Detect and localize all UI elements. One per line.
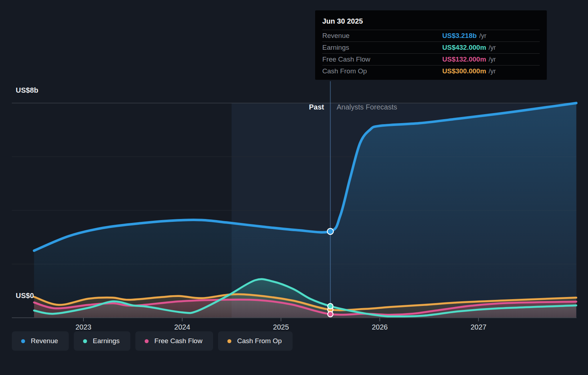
x-axis-label-2027: 2027 bbox=[471, 323, 487, 331]
tooltip-unit: /yr bbox=[489, 44, 496, 52]
revenue-marker-dot[interactable] bbox=[327, 228, 333, 234]
tooltip-label: Earnings bbox=[322, 44, 442, 52]
fcf-marker-dot[interactable] bbox=[328, 312, 333, 317]
fcf-legend-dot-icon bbox=[145, 339, 149, 343]
earnings-revenue-chart: 20232024202520262027 US$8b US$0 Past Ana… bbox=[0, 0, 588, 375]
earnings-legend-dot-icon bbox=[83, 339, 87, 343]
revenue-legend-dot-icon bbox=[21, 339, 25, 343]
cashop-legend-dot-icon bbox=[227, 339, 231, 343]
forecasts-label: Analysts Forecasts bbox=[337, 103, 397, 111]
legend-chip-revenue[interactable]: Revenue bbox=[12, 331, 69, 351]
tooltip-value: US$3.218b bbox=[442, 32, 477, 40]
x-axis-label-2023: 2023 bbox=[76, 323, 92, 331]
tooltip-unit: /yr bbox=[489, 56, 496, 63]
tooltip-row-cashop: Cash From OpUS$300.000m/yr bbox=[322, 65, 540, 77]
tooltip-label: Revenue bbox=[322, 32, 442, 40]
tooltip-label: Free Cash Flow bbox=[322, 55, 442, 63]
tooltip-row-earnings: EarningsUS$432.000m/yr bbox=[322, 42, 540, 53]
earnings-marker-dot[interactable] bbox=[328, 303, 333, 309]
legend-chip-earnings[interactable]: Earnings bbox=[74, 331, 130, 351]
tooltip-value: US$432.000m bbox=[442, 44, 486, 52]
tooltip-date: Jun 30 2025 bbox=[322, 14, 540, 30]
y-axis-label-top: US$8b bbox=[16, 86, 38, 94]
x-axis-label-2024: 2024 bbox=[174, 323, 191, 331]
legend: RevenueEarningsFree Cash FlowCash From O… bbox=[12, 331, 293, 351]
tooltip-value: US$132.000m bbox=[442, 55, 486, 63]
past-label: Past bbox=[309, 103, 324, 111]
tooltip-unit: /yr bbox=[489, 68, 496, 75]
legend-chip-cashop[interactable]: Cash From Op bbox=[218, 331, 293, 351]
legend-label: Earnings bbox=[93, 337, 120, 345]
legend-chip-fcf[interactable]: Free Cash Flow bbox=[135, 331, 213, 351]
legend-label: Revenue bbox=[31, 337, 58, 345]
tooltip-row-fcf: Free Cash FlowUS$132.000m/yr bbox=[322, 53, 540, 65]
tooltip-label: Cash From Op bbox=[322, 67, 442, 75]
x-axis-label-2025: 2025 bbox=[273, 323, 289, 331]
y-axis-label-zero: US$0 bbox=[16, 292, 34, 300]
tooltip-row-revenue: RevenueUS$3.218b/yr bbox=[322, 30, 540, 42]
x-axis-label-2026: 2026 bbox=[372, 323, 388, 331]
legend-label: Free Cash Flow bbox=[154, 337, 202, 345]
tooltip-unit: /yr bbox=[479, 32, 486, 40]
tooltip-value: US$300.000m bbox=[442, 67, 486, 75]
chart-tooltip: Jun 30 2025 RevenueUS$3.218b/yrEarningsU… bbox=[315, 10, 547, 80]
legend-label: Cash From Op bbox=[237, 337, 282, 345]
